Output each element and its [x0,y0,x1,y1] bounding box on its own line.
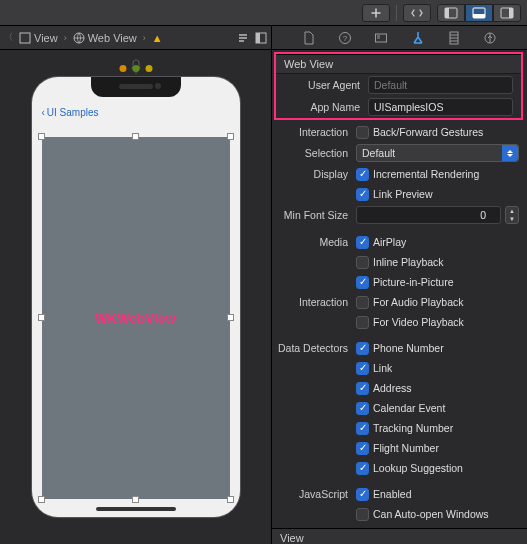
add-button[interactable] [362,4,390,22]
inline-checkbox[interactable] [356,256,369,269]
device-notch [91,77,181,97]
selection-label: Selection [272,147,356,159]
device-frame[interactable]: ‹ UI Samples WKWebView [32,77,240,517]
breadcrumb-webview-label: Web View [88,32,137,44]
user-agent-input[interactable] [368,76,513,94]
align-icon[interactable] [237,32,249,44]
tab-identity-icon[interactable] [374,31,388,45]
js-enabled-checkbox[interactable] [356,488,369,501]
breadcrumb-view-label: View [34,32,58,44]
webview-label: WKWebView [95,311,176,326]
chevron-left-icon[interactable]: 〈 [4,31,13,44]
selection-value: Default [362,147,395,159]
video-checkbox[interactable] [356,316,369,329]
display-label: Display [272,168,356,180]
tab-connections-icon[interactable] [483,31,497,45]
svg-rect-9 [256,33,260,43]
incremental-checkbox[interactable] [356,168,369,181]
section-header-webview: Web View [276,54,521,74]
det-flight-checkbox[interactable] [356,442,369,455]
js-autoopen-label: Can Auto-open Windows [373,508,489,520]
tab-help-icon[interactable]: ? [338,31,352,45]
det-address-checkbox[interactable] [356,382,369,395]
svg-rect-1 [445,8,449,18]
webview-element[interactable]: WKWebView [42,137,230,499]
chevron-icon: › [64,33,67,43]
audio-label: For Audio Playback [373,296,463,308]
app-name-label: App Name [284,101,368,113]
det-link-label: Link [373,362,392,374]
pip-checkbox[interactable] [356,276,369,289]
incremental-label: Incremental Rendering [373,168,479,180]
interaction-label: Interaction [272,126,356,138]
user-agent-label: User Agent [284,79,368,91]
back-nav[interactable]: ‹ UI Samples [42,107,99,118]
home-indicator [96,507,176,511]
minfont-label: Min Font Size [272,209,356,221]
svg-rect-6 [20,33,30,43]
det-phone-label: Phone Number [373,342,444,354]
detectors-label: Data Detectors [272,342,356,354]
gestures-checkbox[interactable] [356,126,369,139]
globe-icon [73,32,85,44]
det-lookup-checkbox[interactable] [356,462,369,475]
pip-label: Picture-in-Picture [373,276,454,288]
chevron-left-icon: ‹ [42,107,45,118]
det-phone-checkbox[interactable] [356,342,369,355]
det-address-label: Address [373,382,412,394]
det-lookup-label: Lookup Suggestion [373,462,463,474]
status-dot-icon [132,65,139,72]
panel-left-button[interactable] [437,4,465,22]
tab-size-icon[interactable] [447,31,461,45]
linkpreview-label: Link Preview [373,188,433,200]
inline-label: Inline Playback [373,256,444,268]
svg-rect-5 [509,8,513,18]
status-dot-icon [145,65,152,72]
media-interaction-label: Interaction [272,296,356,308]
warning-icon[interactable]: ▲ [150,32,165,44]
selection-select[interactable]: Default [356,144,519,162]
panel-bottom-button[interactable] [465,4,493,22]
js-enabled-label: Enabled [373,488,412,500]
minfont-input[interactable] [356,206,501,224]
airplay-checkbox[interactable] [356,236,369,249]
outline-icon[interactable] [255,32,267,44]
media-label: Media [272,236,356,248]
det-link-checkbox[interactable] [356,362,369,375]
linkpreview-checkbox[interactable] [356,188,369,201]
section-header-view: View [272,528,527,544]
view-icon [19,32,31,44]
det-cal-checkbox[interactable] [356,402,369,415]
video-label: For Video Playback [373,316,464,328]
breadcrumb[interactable]: 〈 View › Web View › ▲ [0,26,271,50]
js-label: JavaScript [272,488,356,500]
panel-right-button[interactable] [493,4,521,22]
back-nav-label: UI Samples [47,107,99,118]
svg-text:?: ? [343,34,348,43]
status-dot-icon [119,65,126,72]
det-flight-label: Flight Number [373,442,439,454]
det-track-label: Tracking Number [373,422,453,434]
tab-attributes-icon[interactable] [411,31,425,45]
navigate-button[interactable] [403,4,431,22]
airplay-label: AirPlay [373,236,406,248]
js-autoopen-checkbox[interactable] [356,508,369,521]
det-cal-label: Calendar Event [373,402,445,414]
app-name-input[interactable] [368,98,513,116]
tab-file-icon[interactable] [302,31,316,45]
gestures-label: Back/Forward Gestures [373,126,483,138]
breadcrumb-view[interactable]: View [17,32,60,44]
det-track-checkbox[interactable] [356,422,369,435]
breadcrumb-webview[interactable]: Web View [71,32,139,44]
canvas[interactable]: ‹ UI Samples WKWebView [0,50,271,544]
chevron-icon: › [143,33,146,43]
svg-rect-3 [473,14,485,18]
audio-checkbox[interactable] [356,296,369,309]
minfont-stepper[interactable]: ▲▼ [505,206,519,224]
